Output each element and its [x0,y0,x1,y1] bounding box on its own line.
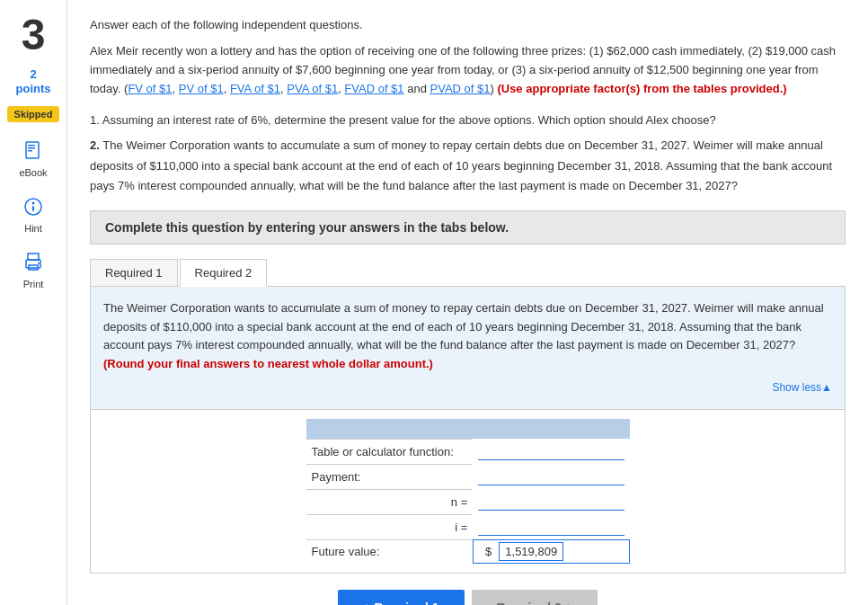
tabs-container: Required 1 Required 2 [90,259,846,287]
future-value-cell: $ 1,519,809 [473,539,629,564]
required-1-button[interactable]: Required 1 [338,590,464,605]
ebook-button[interactable]: eBook [19,137,48,178]
main-content: Answer each of the following independent… [67,0,868,605]
table-section: Table or calculator function: Payment: n… [90,410,846,574]
i-label: i = [306,514,474,539]
svg-rect-6 [32,206,34,211]
future-value-label: Future value: [306,539,474,564]
i-input[interactable] [478,518,624,536]
svg-rect-7 [28,254,39,260]
fva-link[interactable]: FVA of $1 [230,82,280,95]
function-input-cell[interactable] [473,439,629,464]
future-value-dollar: $ [477,545,495,558]
n-input-cell[interactable] [473,489,629,514]
required-2-button[interactable]: Required 2 [472,590,598,605]
tab-required-1[interactable]: Required 1 [90,259,178,286]
pva-link[interactable]: PVA of $1 [287,82,338,95]
function-input[interactable] [478,442,624,460]
question-1: 1. Assuming an interest rate of 6%, dete… [90,111,846,130]
i-input-cell[interactable] [473,514,629,539]
questions-list: 1. Assuming an interest rate of 6%, dete… [90,111,846,195]
points-value: 2 [16,67,51,82]
points-label: 2 points [16,67,51,95]
n-label: n = [306,489,474,514]
pvad-link[interactable]: PVAD of $1 [430,82,491,95]
table-row-n: n = [306,489,630,514]
payment-input[interactable] [478,467,624,485]
print-button[interactable]: Print [19,248,48,289]
calc-table: Table or calculator function: Payment: n… [306,419,630,564]
pv-link[interactable]: PV of $1 [179,82,224,95]
svg-rect-3 [28,150,32,152]
future-value-amount: 1,519,809 [499,542,563,561]
question-2-text: The Weimer Corporation wants to accumula… [90,138,832,191]
body-and: and [404,82,430,95]
fvad-link[interactable]: FVAD of $1 [344,82,403,95]
svg-point-5 [32,202,35,205]
required-1-button-label: Required 1 [374,601,438,605]
ebook-icon [19,137,48,165]
skipped-badge: Skipped [7,106,60,122]
chevron-left-icon [363,598,368,605]
table-header-row [306,419,630,439]
hint-icon [19,192,48,221]
chevron-right-icon [567,598,572,605]
question-body: Alex Meir recently won a lottery and has… [90,42,846,98]
table-row-i: i = [306,514,630,539]
svg-rect-0 [26,142,39,158]
function-label: Table or calculator function: [306,439,474,464]
future-value-row: Future value: $ 1,519,809 [306,539,630,564]
points-text: points [16,82,51,96]
sidebar: 3 2 points Skipped eBook [0,0,67,605]
svg-rect-2 [28,147,35,149]
hint-button[interactable]: Hint [19,192,48,234]
payment-label: Payment: [306,464,474,489]
payment-input-cell[interactable] [473,464,629,489]
complete-box: Complete this question by entering your … [90,210,846,245]
fv-link[interactable]: FV of $1 [128,82,172,95]
tab-required-2[interactable]: Required 2 [180,259,268,287]
question-number: 3 [22,13,46,57]
n-input[interactable] [478,493,624,511]
round-note: (Round your final answers to nearest who… [103,357,433,370]
required-2-button-label: Required 2 [497,601,562,605]
svg-point-10 [38,262,40,264]
nav-buttons: Required 1 Required 2 [90,590,846,605]
intro-text: Answer each of the following independent… [90,18,846,31]
tab-content: The Weimer Corporation wants to accumula… [90,287,846,410]
table-row-payment: Payment: [306,464,630,489]
red-text: (Use appropriate factor(s) from the tabl… [497,82,786,95]
ebook-label: eBook [19,167,47,178]
question-2-bold: 2. [90,138,100,152]
table-row-function: Table or calculator function: [306,439,630,464]
question-2: 2. The Weimer Corporation wants to accum… [90,136,846,195]
print-icon [19,248,48,277]
print-label: Print [23,279,44,289]
show-less-button[interactable]: Show less▲ [103,379,832,396]
tab2-content-text: The Weimer Corporation wants to accumula… [103,301,824,352]
hint-label: Hint [24,223,42,234]
svg-rect-1 [28,145,35,147]
